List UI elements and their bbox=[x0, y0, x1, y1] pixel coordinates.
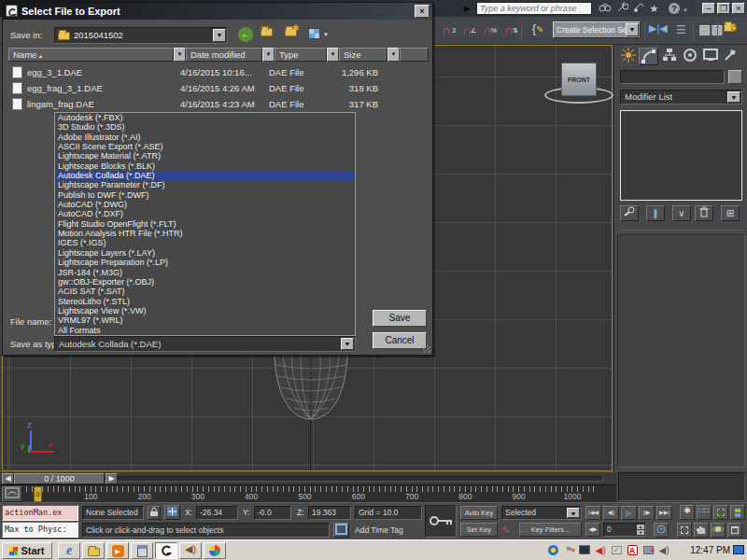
x-coord-field[interactable]: -26.34 bbox=[196, 506, 238, 520]
chevron-down-icon[interactable]: ▼ bbox=[213, 29, 226, 42]
auto-key-button[interactable]: Auto Key bbox=[460, 506, 498, 520]
next-frame-icon[interactable]: ||▶ bbox=[639, 506, 655, 520]
dialog-close-icon[interactable]: × bbox=[415, 5, 430, 18]
save-button[interactable]: Save bbox=[373, 310, 427, 327]
tab-display[interactable] bbox=[700, 48, 720, 65]
communicate-window-icon[interactable] bbox=[333, 523, 349, 538]
previous-frame-icon[interactable]: ◀|| bbox=[603, 506, 619, 520]
configure-modifier-sets-icon[interactable]: ⊞ bbox=[721, 205, 740, 221]
format-option[interactable]: AutoCAD (*.DWG) bbox=[55, 200, 355, 209]
taskbar-volume-button[interactable]: ◀) bbox=[179, 542, 202, 559]
cancel-button[interactable]: Cancel bbox=[373, 332, 427, 349]
edit-named-selection-sets-icon[interactable]: {✎ bbox=[528, 21, 548, 40]
spinner-snap-icon[interactable]: ∩⇅ bbox=[500, 21, 518, 40]
format-option[interactable]: Lightscape Layers (*.LAY) bbox=[55, 248, 355, 258]
taskbar-media-button[interactable]: ▶ bbox=[106, 542, 129, 559]
time-configuration-icon[interactable] bbox=[654, 523, 669, 538]
coordinate-mode-icon[interactable] bbox=[164, 505, 180, 520]
column-filter-arrow-icon[interactable]: ▼ bbox=[327, 48, 339, 62]
frame-marker[interactable]: 0 bbox=[34, 486, 42, 502]
minimize-button[interactable]: – bbox=[702, 3, 715, 14]
format-option[interactable]: All Formats bbox=[55, 326, 355, 335]
layer-manager-icon[interactable]: ▩▩ bbox=[698, 21, 723, 36]
selection-region-icon[interactable] bbox=[677, 523, 692, 538]
resize-grip[interactable] bbox=[423, 345, 430, 353]
go-to-end-icon[interactable]: ▶▶| bbox=[656, 506, 672, 520]
search-input[interactable] bbox=[476, 2, 592, 15]
column-header-size[interactable]: Size bbox=[339, 48, 388, 62]
file-row[interactable]: egg_3_1.DAE4/16/2015 10:16...DAE File1,2… bbox=[8, 64, 429, 80]
tray-updates-icon[interactable] bbox=[546, 544, 559, 556]
object-color-swatch[interactable] bbox=[728, 70, 742, 84]
set-key-button[interactable]: Set Key bbox=[460, 523, 498, 537]
show-end-result-icon[interactable]: ∥ bbox=[646, 205, 665, 221]
file-row[interactable]: lingam_frag.DAE4/16/2015 4:23 AMDAE File… bbox=[8, 96, 429, 112]
format-option[interactable]: IGES (*.IGS) bbox=[55, 238, 355, 247]
named-selection-set-combo[interactable]: Create Selection Se ▼ bbox=[553, 21, 641, 38]
tray-display-icon[interactable] bbox=[578, 544, 591, 556]
go-to-start-icon[interactable]: |◀◀ bbox=[585, 506, 601, 520]
format-option[interactable]: Lightscape Material (*.ATR) bbox=[55, 151, 355, 161]
star-icon[interactable]: ★ bbox=[647, 2, 661, 15]
taskbar-3dsmax-button-active[interactable] bbox=[155, 542, 177, 559]
maxscript-listener-line1[interactable]: actionMan.ex bbox=[2, 505, 78, 521]
close-button[interactable]: × bbox=[732, 3, 745, 14]
snap-toggle-icon[interactable]: ∩3 bbox=[437, 21, 456, 40]
format-option[interactable]: VRML97 (*.WRL) bbox=[55, 315, 355, 325]
format-option[interactable]: AutoCAD (*.DXF) bbox=[55, 209, 355, 218]
play-icon[interactable]: ▷ bbox=[621, 506, 637, 520]
view-menu-icon[interactable]: ▼ bbox=[308, 28, 332, 43]
binoculars-icon[interactable] bbox=[598, 2, 612, 15]
restore-button[interactable]: ❐ bbox=[717, 3, 730, 14]
column-filter-arrow-icon[interactable]: ▼ bbox=[388, 48, 400, 62]
gear-plus-icon[interactable]: ✱ bbox=[680, 505, 695, 520]
column-header-type[interactable]: Type bbox=[275, 48, 327, 62]
percent-snap-icon[interactable]: ∩% bbox=[478, 21, 497, 40]
format-option[interactable]: Motion Analysis HTR File (*.HTR) bbox=[55, 229, 355, 238]
help-dropdown-arrow-icon[interactable]: ▼ bbox=[683, 7, 688, 13]
make-unique-icon[interactable]: ∨ bbox=[672, 205, 691, 221]
tray-monitor-icon[interactable] bbox=[732, 544, 745, 556]
format-option[interactable]: Adobe Illustrator (*.AI) bbox=[55, 133, 355, 142]
format-option[interactable]: 3D Studio (*.3DS) bbox=[55, 122, 355, 132]
pin-stack-icon[interactable] bbox=[620, 205, 639, 221]
format-option[interactable]: Lightscape Parameter (*.DF) bbox=[55, 180, 355, 189]
help-icon[interactable]: ? bbox=[669, 3, 680, 14]
viewcube[interactable]: FRONT bbox=[561, 63, 597, 96]
selection-lock-icon[interactable] bbox=[148, 506, 161, 520]
mirror-icon[interactable]: ▶|◀ bbox=[649, 22, 668, 35]
key-filters-button[interactable]: Key Filters... bbox=[519, 523, 582, 537]
remove-modifier-icon[interactable] bbox=[695, 205, 713, 221]
format-option[interactable]: ASCII Scene Export (*.ASE) bbox=[55, 142, 355, 151]
tray-avira-icon[interactable]: A bbox=[626, 544, 639, 556]
satellite-icon[interactable] bbox=[631, 2, 645, 15]
format-option[interactable]: Lightscape Blocks (*.BLK) bbox=[55, 161, 355, 171]
column-filter-arrow-icon[interactable]: ▼ bbox=[262, 48, 275, 62]
pan-hand-icon[interactable] bbox=[694, 523, 709, 538]
tray-check-card-icon[interactable]: ✓ bbox=[610, 544, 623, 556]
column-filter-arrow-icon[interactable]: ▼ bbox=[174, 48, 186, 62]
tray-volume-icon[interactable]: ◀) bbox=[657, 544, 670, 556]
format-option[interactable]: Publish to DWF (*.DWF) bbox=[55, 190, 355, 200]
file-row[interactable]: egg_frag_3_1.DAE4/16/2015 4:26 AMDAE Fil… bbox=[8, 80, 429, 96]
tab-create[interactable] bbox=[618, 48, 638, 65]
tab-modify[interactable] bbox=[639, 48, 658, 65]
format-option[interactable]: JSR-184 (*.M3G) bbox=[55, 268, 355, 277]
format-option[interactable]: Lightscape Preparation (*.LP) bbox=[55, 258, 355, 267]
chevron-down-icon[interactable]: ▼ bbox=[567, 508, 580, 518]
taskbar-paint-button[interactable] bbox=[204, 542, 226, 559]
grid-dots-icon[interactable]: ∷∷ bbox=[697, 505, 712, 520]
angle-snap-icon[interactable]: ∩∠ bbox=[458, 21, 476, 40]
chevron-down-icon[interactable]: ▼ bbox=[341, 338, 354, 350]
format-option-selected[interactable]: Autodesk Collada (*.DAE) bbox=[55, 171, 355, 180]
up-one-level-icon[interactable]: ↑ bbox=[261, 28, 273, 38]
tray-flag-error-icon[interactable]: ⚑× bbox=[562, 544, 575, 556]
format-option[interactable]: StereoLitho (*.STL) bbox=[55, 297, 355, 306]
tab-utilities[interactable] bbox=[721, 48, 740, 65]
chevron-down-icon[interactable]: ▼ bbox=[626, 23, 639, 36]
chevron-down-icon[interactable]: ▼ bbox=[727, 91, 740, 103]
taskbar-explorer-button[interactable] bbox=[82, 542, 105, 559]
save-as-type-combo[interactable]: Autodesk Collada (*.DAE) ▼ bbox=[54, 336, 356, 352]
format-option[interactable]: ACIS SAT (*.SAT) bbox=[55, 287, 355, 296]
track-bar[interactable]: 1002003004005006007008009001000 0 bbox=[0, 484, 616, 502]
